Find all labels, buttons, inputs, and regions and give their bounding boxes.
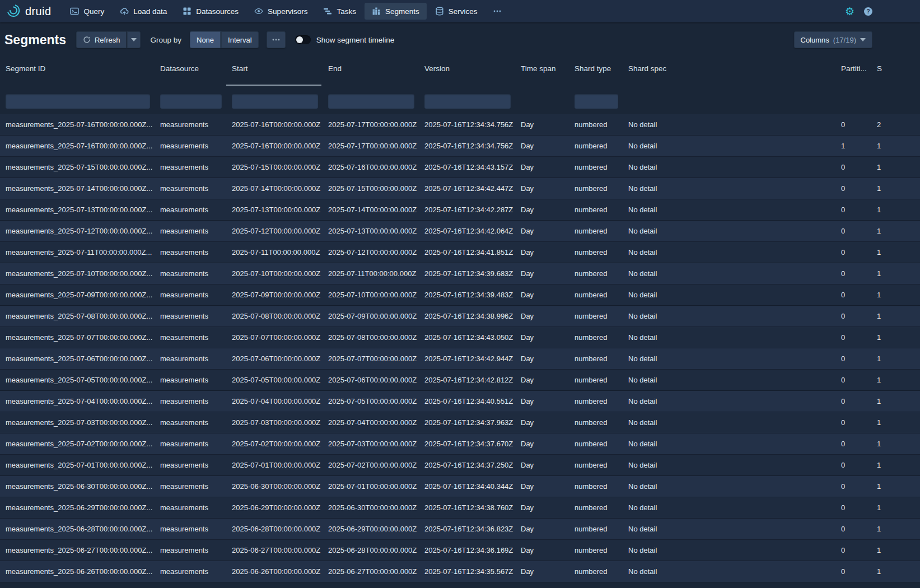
cell-shard-type[interactable]: numbered [569, 142, 623, 150]
cell-segment-id[interactable]: measurements_2025-07-08T00:00:00.000Z... [0, 312, 155, 320]
cell-partition[interactable]: 0 [835, 482, 871, 491]
cell-segment-id[interactable]: measurements_2025-07-09T00:00:00.000Z... [0, 291, 155, 299]
cell-version[interactable]: 2025-07-16T12:34:42.064Z [419, 227, 515, 235]
cell-partition[interactable]: 0 [835, 503, 871, 512]
cell-partition[interactable]: 0 [835, 333, 871, 342]
cell-time-span[interactable]: Day [515, 418, 569, 427]
cell-segment-id[interactable]: measurements_2025-06-30T00:00:00.000Z... [0, 482, 155, 491]
cell-shard-spec[interactable]: No detail [623, 291, 835, 299]
cell-shard-spec[interactable]: No detail [623, 354, 835, 363]
cell-partition[interactable]: 0 [835, 376, 871, 384]
cell-end[interactable]: 2025-07-01T00:00:00.000Z [323, 482, 419, 491]
cell-version[interactable]: 2025-07-16T12:34:41.851Z [419, 248, 515, 256]
cell-shard-spec[interactable]: No detail [623, 184, 835, 193]
help-icon[interactable]: ? [863, 7, 873, 16]
cell-end[interactable]: 2025-07-09T00:00:00.000Z [323, 312, 419, 320]
cell-partition[interactable]: 0 [835, 397, 871, 405]
cell-end[interactable]: 2025-07-05T00:00:00.000Z [323, 397, 419, 405]
nav-item-load-data[interactable]: Load data [113, 3, 174, 20]
cell-shard-type[interactable]: numbered [569, 440, 623, 448]
cell-datasource[interactable]: measurements [155, 482, 226, 491]
cell-version[interactable]: 2025-07-16T12:34:35.567Z [419, 567, 515, 576]
cell-time-span[interactable]: Day [515, 482, 569, 491]
cell-segment-id[interactable]: measurements_2025-07-15T00:00:00.000Z... [0, 163, 155, 171]
cell-version[interactable]: 2025-07-16T12:34:37.670Z [419, 440, 515, 448]
cell-partition[interactable]: 1 [835, 142, 871, 150]
cell-time-span[interactable]: Day [515, 397, 569, 405]
cell-shard-spec[interactable]: No detail [623, 461, 835, 469]
cell-shard-spec[interactable]: No detail [623, 546, 835, 554]
cell-datasource[interactable]: measurements [155, 418, 226, 427]
cell-start[interactable]: 2025-07-14T00:00:00.000Z [226, 184, 323, 193]
cell-datasource[interactable]: measurements [155, 567, 226, 576]
cell-version[interactable]: 2025-07-16T12:34:40.344Z [419, 482, 515, 491]
group-by-interval[interactable]: Interval [221, 31, 259, 48]
cell-start[interactable]: 2025-06-26T00:00:00.000Z [226, 567, 323, 576]
cell-start[interactable]: 2025-06-28T00:00:00.000Z [226, 525, 323, 533]
nav-item-segments[interactable]: Segments [365, 3, 427, 20]
cell-version[interactable]: 2025-07-16T12:34:42.287Z [419, 206, 515, 214]
cell-time-span[interactable]: Day [515, 525, 569, 533]
cell-segment-id[interactable]: measurements_2025-06-26T00:00:00.000Z... [0, 567, 155, 576]
cell-end[interactable]: 2025-07-07T00:00:00.000Z [323, 354, 419, 363]
cell-shard-spec[interactable]: No detail [623, 120, 835, 129]
filter-input-start[interactable] [232, 94, 318, 109]
cell-start[interactable]: 2025-07-16T00:00:00.000Z [226, 120, 323, 129]
refresh-dropdown-button[interactable] [127, 31, 141, 48]
cell-end[interactable]: 2025-07-15T00:00:00.000Z [323, 184, 419, 193]
cell-end[interactable]: 2025-07-17T00:00:00.000Z [323, 120, 419, 129]
cell-size[interactable]: 1 [871, 546, 920, 554]
cell-partition[interactable]: 0 [835, 227, 871, 235]
cell-version[interactable]: 2025-07-16T12:34:36.169Z [419, 546, 515, 554]
cell-segment-id[interactable]: measurements_2025-07-05T00:00:00.000Z... [0, 376, 155, 384]
cell-end[interactable]: 2025-06-28T00:00:00.000Z [323, 546, 419, 554]
cell-segment-id[interactable]: measurements_2025-07-07T00:00:00.000Z... [0, 333, 155, 342]
cell-size[interactable]: 1 [871, 163, 920, 171]
cell-datasource[interactable]: measurements [155, 440, 226, 448]
cell-datasource[interactable]: measurements [155, 291, 226, 299]
column-header-shard-type[interactable]: Shard type [569, 57, 623, 88]
druid-logo[interactable]: druid [6, 3, 51, 19]
cell-size[interactable]: 1 [871, 461, 920, 469]
cell-shard-type[interactable]: numbered [569, 248, 623, 256]
cell-size[interactable]: 1 [871, 206, 920, 214]
cell-end[interactable]: 2025-07-06T00:00:00.000Z [323, 376, 419, 384]
cell-start[interactable]: 2025-07-08T00:00:00.000Z [226, 312, 323, 320]
cell-partition[interactable]: 0 [835, 120, 871, 129]
cell-segment-id[interactable]: measurements_2025-07-04T00:00:00.000Z... [0, 397, 155, 405]
cell-datasource[interactable]: measurements [155, 546, 226, 554]
cell-time-span[interactable]: Day [515, 227, 569, 235]
cell-start[interactable]: 2025-06-27T00:00:00.000Z [226, 546, 323, 554]
filter-input-end[interactable] [328, 94, 414, 109]
cell-segment-id[interactable]: measurements_2025-06-29T00:00:00.000Z... [0, 503, 155, 512]
cell-end[interactable]: 2025-07-16T00:00:00.000Z [323, 163, 419, 171]
column-header-end[interactable]: End [323, 57, 419, 88]
filter-input-version[interactable] [424, 94, 511, 109]
cell-partition[interactable]: 0 [835, 248, 871, 256]
cell-start[interactable]: 2025-06-29T00:00:00.000Z [226, 503, 323, 512]
segment-timeline-toggle[interactable]: Show segment timeline [295, 35, 395, 44]
cell-time-span[interactable]: Day [515, 269, 569, 278]
cell-partition[interactable]: 0 [835, 440, 871, 448]
cell-shard-type[interactable]: numbered [569, 291, 623, 299]
cell-shard-type[interactable]: numbered [569, 418, 623, 427]
cell-time-span[interactable]: Day [515, 163, 569, 171]
cell-start[interactable]: 2025-07-15T00:00:00.000Z [226, 163, 323, 171]
cell-size[interactable]: 1 [871, 142, 920, 150]
cell-version[interactable]: 2025-07-16T12:34:42.812Z [419, 376, 515, 384]
cell-shard-spec[interactable]: No detail [623, 312, 835, 320]
cell-datasource[interactable]: measurements [155, 248, 226, 256]
more-options-button[interactable] [267, 31, 286, 48]
cell-datasource[interactable]: measurements [155, 503, 226, 512]
cell-segment-id[interactable]: measurements_2025-07-02T00:00:00.000Z... [0, 440, 155, 448]
nav-item-tasks[interactable]: Tasks [316, 3, 363, 20]
nav-item-datasources[interactable]: Datasources [175, 3, 246, 20]
filter-input-datasource[interactable] [160, 94, 222, 109]
cell-shard-type[interactable]: numbered [569, 354, 623, 363]
cell-version[interactable]: 2025-07-16T12:34:42.944Z [419, 354, 515, 363]
cell-size[interactable]: 1 [871, 248, 920, 256]
cell-start[interactable]: 2025-07-10T00:00:00.000Z [226, 269, 323, 278]
cell-size[interactable]: 1 [871, 312, 920, 320]
cell-shard-spec[interactable]: No detail [623, 333, 835, 342]
cell-datasource[interactable]: measurements [155, 142, 226, 150]
